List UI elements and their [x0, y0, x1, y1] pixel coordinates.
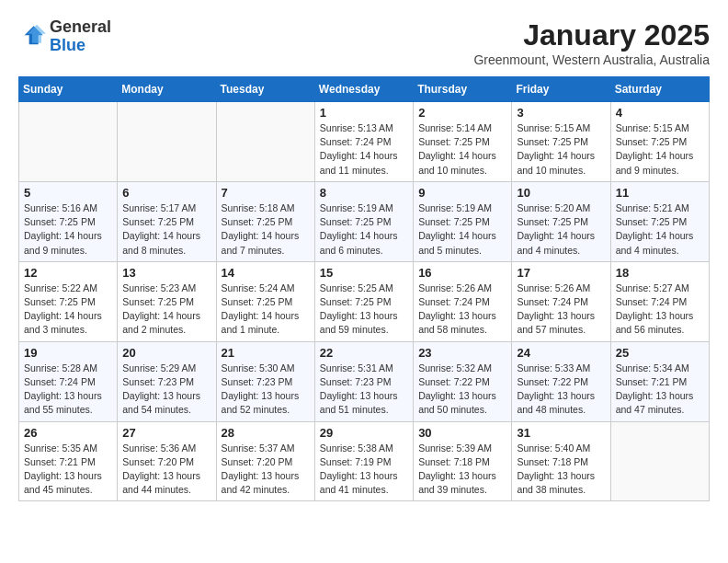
day-number: 17 [517, 266, 605, 280]
calendar-week-3: 12Sunrise: 5:22 AM Sunset: 7:25 PM Dayli… [19, 261, 710, 341]
day-info: Sunrise: 5:28 AM Sunset: 7:24 PM Dayligh… [24, 362, 112, 418]
calendar-cell: 11Sunrise: 5:21 AM Sunset: 7:25 PM Dayli… [610, 181, 709, 261]
calendar-header-thursday: Thursday [414, 77, 512, 102]
calendar-cell: 25Sunrise: 5:34 AM Sunset: 7:21 PM Dayli… [610, 341, 709, 421]
day-number: 21 [222, 346, 310, 360]
day-number: 3 [517, 106, 605, 120]
logo: General Blue [18, 18, 111, 55]
calendar-cell: 21Sunrise: 5:30 AM Sunset: 7:23 PM Dayli… [216, 341, 314, 421]
day-info: Sunrise: 5:23 AM Sunset: 7:25 PM Dayligh… [122, 282, 210, 338]
calendar-header-tuesday: Tuesday [216, 77, 314, 102]
day-info: Sunrise: 5:26 AM Sunset: 7:24 PM Dayligh… [418, 282, 506, 338]
logo-text: General Blue [50, 18, 111, 55]
day-number: 19 [24, 346, 112, 360]
location: Greenmount, Western Australia, Australia [473, 52, 710, 67]
calendar-cell: 1Sunrise: 5:13 AM Sunset: 7:24 PM Daylig… [314, 102, 413, 182]
calendar-cell [610, 421, 709, 501]
calendar-cell: 14Sunrise: 5:24 AM Sunset: 7:25 PM Dayli… [216, 261, 314, 341]
calendar-cell: 8Sunrise: 5:19 AM Sunset: 7:25 PM Daylig… [314, 181, 413, 261]
day-number: 30 [418, 426, 506, 440]
calendar-cell [216, 102, 314, 182]
calendar-header-sunday: Sunday [19, 77, 118, 102]
calendar-cell: 4Sunrise: 5:15 AM Sunset: 7:25 PM Daylig… [610, 102, 709, 182]
day-info: Sunrise: 5:19 AM Sunset: 7:25 PM Dayligh… [320, 201, 408, 258]
calendar-cell: 16Sunrise: 5:26 AM Sunset: 7:24 PM Dayli… [414, 261, 512, 341]
calendar-header-saturday: Saturday [610, 77, 709, 102]
calendar-cell: 9Sunrise: 5:19 AM Sunset: 7:25 PM Daylig… [414, 181, 512, 261]
calendar-cell: 6Sunrise: 5:17 AM Sunset: 7:25 PM Daylig… [118, 181, 216, 261]
day-number: 28 [222, 426, 310, 440]
calendar-cell: 13Sunrise: 5:23 AM Sunset: 7:25 PM Dayli… [118, 261, 216, 341]
day-info: Sunrise: 5:26 AM Sunset: 7:24 PM Dayligh… [517, 282, 605, 338]
calendar-cell: 17Sunrise: 5:26 AM Sunset: 7:24 PM Dayli… [512, 261, 610, 341]
day-number: 24 [517, 346, 605, 360]
page-header: General Blue January 2025 Greenmount, We… [18, 18, 710, 67]
calendar-cell: 12Sunrise: 5:22 AM Sunset: 7:25 PM Dayli… [19, 261, 118, 341]
calendar-header-wednesday: Wednesday [314, 77, 413, 102]
day-number: 2 [418, 106, 506, 120]
day-info: Sunrise: 5:29 AM Sunset: 7:23 PM Dayligh… [122, 362, 210, 418]
day-number: 29 [320, 426, 408, 440]
day-number: 7 [222, 186, 310, 200]
day-info: Sunrise: 5:15 AM Sunset: 7:25 PM Dayligh… [517, 121, 605, 178]
logo-blue: Blue [50, 36, 85, 54]
day-info: Sunrise: 5:19 AM Sunset: 7:25 PM Dayligh… [418, 201, 506, 258]
day-info: Sunrise: 5:13 AM Sunset: 7:24 PM Dayligh… [320, 121, 408, 178]
calendar-cell: 26Sunrise: 5:35 AM Sunset: 7:21 PM Dayli… [19, 421, 118, 501]
day-info: Sunrise: 5:30 AM Sunset: 7:23 PM Dayligh… [222, 362, 310, 418]
day-info: Sunrise: 5:39 AM Sunset: 7:18 PM Dayligh… [418, 442, 506, 498]
calendar-week-5: 26Sunrise: 5:35 AM Sunset: 7:21 PM Dayli… [19, 421, 710, 501]
day-number: 31 [517, 426, 605, 440]
day-info: Sunrise: 5:40 AM Sunset: 7:18 PM Dayligh… [517, 442, 605, 498]
day-info: Sunrise: 5:18 AM Sunset: 7:25 PM Dayligh… [222, 201, 310, 258]
calendar-header-row: SundayMondayTuesdayWednesdayThursdayFrid… [19, 77, 710, 102]
day-number: 27 [122, 426, 210, 440]
calendar-cell: 31Sunrise: 5:40 AM Sunset: 7:18 PM Dayli… [512, 421, 610, 501]
day-number: 12 [24, 266, 112, 280]
calendar-cell: 2Sunrise: 5:14 AM Sunset: 7:25 PM Daylig… [414, 102, 512, 182]
day-number: 25 [616, 346, 704, 360]
day-info: Sunrise: 5:20 AM Sunset: 7:25 PM Dayligh… [517, 201, 605, 258]
calendar-cell: 22Sunrise: 5:31 AM Sunset: 7:23 PM Dayli… [314, 341, 413, 421]
calendar-cell: 29Sunrise: 5:38 AM Sunset: 7:19 PM Dayli… [314, 421, 413, 501]
calendar-cell: 10Sunrise: 5:20 AM Sunset: 7:25 PM Dayli… [512, 181, 610, 261]
day-number: 1 [320, 106, 408, 120]
day-number: 9 [418, 186, 506, 200]
calendar-cell [118, 102, 216, 182]
day-info: Sunrise: 5:16 AM Sunset: 7:25 PM Dayligh… [24, 201, 112, 258]
calendar-cell: 5Sunrise: 5:16 AM Sunset: 7:25 PM Daylig… [19, 181, 118, 261]
day-number: 14 [222, 266, 310, 280]
day-number: 11 [616, 186, 704, 200]
day-number: 13 [122, 266, 210, 280]
day-info: Sunrise: 5:17 AM Sunset: 7:25 PM Dayligh… [122, 201, 210, 258]
day-info: Sunrise: 5:37 AM Sunset: 7:20 PM Dayligh… [222, 442, 310, 498]
day-info: Sunrise: 5:36 AM Sunset: 7:20 PM Dayligh… [122, 442, 210, 498]
day-number: 15 [320, 266, 408, 280]
day-info: Sunrise: 5:31 AM Sunset: 7:23 PM Dayligh… [320, 362, 408, 418]
day-info: Sunrise: 5:21 AM Sunset: 7:25 PM Dayligh… [616, 201, 704, 258]
day-number: 18 [616, 266, 704, 280]
calendar-header-friday: Friday [512, 77, 610, 102]
calendar-cell: 20Sunrise: 5:29 AM Sunset: 7:23 PM Dayli… [118, 341, 216, 421]
day-number: 6 [122, 186, 210, 200]
day-number: 23 [418, 346, 506, 360]
day-info: Sunrise: 5:14 AM Sunset: 7:25 PM Dayligh… [418, 121, 506, 178]
logo-icon [18, 23, 46, 51]
day-number: 10 [517, 186, 605, 200]
calendar-cell: 23Sunrise: 5:32 AM Sunset: 7:22 PM Dayli… [414, 341, 512, 421]
logo-general: General [50, 17, 111, 36]
day-number: 4 [616, 106, 704, 120]
calendar-week-1: 1Sunrise: 5:13 AM Sunset: 7:24 PM Daylig… [19, 102, 710, 182]
day-info: Sunrise: 5:32 AM Sunset: 7:22 PM Dayligh… [418, 362, 506, 418]
day-info: Sunrise: 5:33 AM Sunset: 7:22 PM Dayligh… [517, 362, 605, 418]
day-info: Sunrise: 5:38 AM Sunset: 7:19 PM Dayligh… [320, 442, 408, 498]
day-number: 8 [320, 186, 408, 200]
calendar-cell [19, 102, 118, 182]
calendar-week-2: 5Sunrise: 5:16 AM Sunset: 7:25 PM Daylig… [19, 181, 710, 261]
day-info: Sunrise: 5:27 AM Sunset: 7:24 PM Dayligh… [616, 282, 704, 338]
calendar-cell: 24Sunrise: 5:33 AM Sunset: 7:22 PM Dayli… [512, 341, 610, 421]
calendar-table: SundayMondayTuesdayWednesdayThursdayFrid… [18, 76, 710, 501]
day-number: 5 [24, 186, 112, 200]
day-number: 26 [24, 426, 112, 440]
day-info: Sunrise: 5:35 AM Sunset: 7:21 PM Dayligh… [24, 442, 112, 498]
